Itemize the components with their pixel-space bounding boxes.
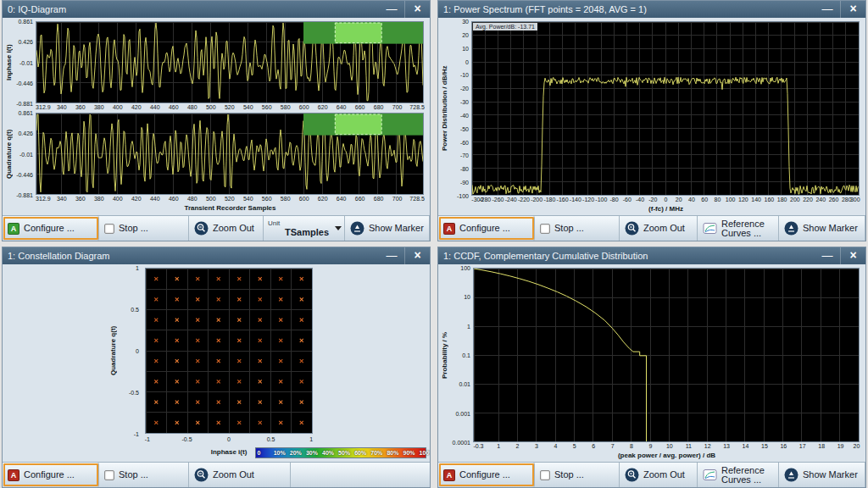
ccdf-xaxis-label: (peak power / avg. power) / dB xyxy=(474,452,860,461)
iq-quadrature-plot[interactable] xyxy=(36,113,424,195)
stop-button[interactable]: Stop ... xyxy=(99,216,189,241)
show-marker-icon xyxy=(784,221,798,236)
zoom-out-icon xyxy=(194,221,209,236)
stop-icon xyxy=(540,470,550,480)
constellation-ylabel: Quadrature q(t) xyxy=(109,268,117,434)
reference-curves-button[interactable]: Reference Curves ... xyxy=(698,463,779,487)
window-iq-diagram: 0: IQ-Diagram — × Inphase i(t) 0.8610.42… xyxy=(2,0,431,241)
unit-caption: Unit xyxy=(268,219,329,227)
show-marker-label: Show Marker xyxy=(803,470,858,480)
ccdf-toolbar: A Configure ... Stop ... Zoom Out Refere… xyxy=(438,462,865,487)
show-marker-button[interactable]: Show Marker xyxy=(779,463,865,487)
iq-inphase-plot[interactable] xyxy=(36,21,424,103)
window-title: 1: Constellation Diagram xyxy=(8,251,379,261)
constellation-toolbar: A Configure ... Stop ... Zoom Out xyxy=(3,462,430,487)
stop-label: Stop ... xyxy=(119,470,148,480)
reference-curves-label: Reference Curves ... xyxy=(721,466,773,485)
constellation-xticks: -1-0.500.51 xyxy=(145,435,313,445)
channel-a-icon: A xyxy=(8,469,19,481)
spectrum-plot[interactable]: Avg. Power/dB: -13.71 xyxy=(471,21,860,196)
stop-button[interactable]: Stop ... xyxy=(535,463,620,487)
spectrum-xaxis-label: (f-fc) / MHz xyxy=(472,205,860,214)
iq-quadrature-xticks: 312.934036038040042044046048050052054056… xyxy=(36,195,424,204)
close-button[interactable]: × xyxy=(404,1,430,18)
desktop: 0: IQ-Diagram — × Inphase i(t) 0.8610.42… xyxy=(0,0,868,488)
iq-inphase-xticks: 312.934036038040042044046048050052054056… xyxy=(36,103,424,113)
titlebar-ccdf[interactable]: 1: CCDF, Complementary Cumulative Distri… xyxy=(438,247,865,264)
stop-button[interactable]: Stop ... xyxy=(99,463,189,487)
zoom-out-label: Zoom Out xyxy=(643,470,685,480)
channel-a-icon: A xyxy=(443,223,455,235)
show-marker-label: Show Marker xyxy=(369,224,424,233)
show-marker-icon xyxy=(350,221,364,236)
window-title: 1: CCDF, Complementary Cumulative Distri… xyxy=(443,251,815,261)
iq-inphase-yticks: 0.8610.426-0.01-0.446-0.881 xyxy=(14,21,36,103)
zoom-out-label: Zoom Out xyxy=(643,224,685,233)
stop-button[interactable]: Stop ... xyxy=(535,216,620,241)
spectrum-toolbar: A Configure ... Stop ... Zoom Out Refere… xyxy=(438,215,865,241)
reference-curves-label: Reference Curves ... xyxy=(721,219,773,238)
configure-button[interactable]: A Configure ... xyxy=(438,463,535,487)
zoom-out-label: Zoom Out xyxy=(213,470,254,480)
iq-inphase-ylabel: Inphase i(t) xyxy=(4,21,14,103)
toolbar-spacer xyxy=(291,463,430,487)
iq-xaxis-label: Transient Recorder Samples xyxy=(36,204,424,214)
channel-a-icon: A xyxy=(8,223,19,235)
spectrum-xticks: -300-280-260-240-220-200-180-160-140-120… xyxy=(472,196,860,205)
zoom-out-label: Zoom Out xyxy=(213,224,254,233)
stop-label: Stop ... xyxy=(119,224,148,233)
titlebar-constellation[interactable]: 1: Constellation Diagram — × xyxy=(3,247,430,264)
configure-label: Configure ... xyxy=(459,224,510,233)
stop-icon xyxy=(540,224,550,234)
reference-curves-icon xyxy=(703,221,717,236)
spectrum-ylabel: Power Distribution / dB/Hz xyxy=(440,21,449,196)
show-marker-button[interactable]: Show Marker xyxy=(345,216,430,241)
show-marker-button[interactable]: Show Marker xyxy=(779,216,865,241)
stop-icon xyxy=(104,470,114,480)
minimize-button[interactable]: — xyxy=(379,1,404,18)
minimize-button[interactable]: — xyxy=(379,247,404,264)
zoom-out-icon xyxy=(625,468,639,482)
window-power-spectrum: 1: Power Spectrum (FFT points = 2048, AV… xyxy=(437,0,866,241)
unit-value: TSamples xyxy=(268,227,329,237)
minimize-button[interactable]: — xyxy=(815,247,840,264)
ccdf-plot[interactable] xyxy=(473,268,860,442)
zoom-out-icon xyxy=(625,221,639,236)
close-button[interactable]: × xyxy=(840,1,865,18)
dropdown-arrow-icon xyxy=(335,226,342,230)
zoom-out-icon xyxy=(194,468,209,482)
iq-plot-area: Inphase i(t) 0.8610.426-0.01-0.446-0.881… xyxy=(3,18,430,215)
reference-curves-button[interactable]: Reference Curves ... xyxy=(698,216,779,241)
avg-power-annotation: Avg. Power/dB: -13.71 xyxy=(473,23,537,30)
ccdf-yticks: 1001010.10.010.0010.0001 xyxy=(449,268,473,442)
ccdf-ylabel: Probability / % xyxy=(440,268,449,442)
configure-button[interactable]: A Configure ... xyxy=(438,216,535,241)
configure-label: Configure ... xyxy=(24,470,75,480)
titlebar-iq[interactable]: 0: IQ-Diagram — × xyxy=(3,1,430,18)
titlebar-spectrum[interactable]: 1: Power Spectrum (FFT points = 2048, AV… xyxy=(438,1,865,18)
window-title: 1: Power Spectrum (FFT points = 2048, AV… xyxy=(443,4,815,14)
window-title: 0: IQ-Diagram xyxy=(8,4,379,14)
show-marker-icon xyxy=(784,468,798,482)
close-button[interactable]: × xyxy=(840,247,865,264)
minimize-button[interactable]: — xyxy=(815,1,840,18)
close-button[interactable]: × xyxy=(404,247,430,264)
reference-curves-icon xyxy=(703,468,717,482)
zoom-out-button[interactable]: Zoom Out xyxy=(189,216,264,241)
window-constellation: 1: Constellation Diagram — × Quadrature … xyxy=(2,247,431,488)
configure-button[interactable]: A Configure ... xyxy=(3,463,99,487)
zoom-out-button[interactable]: Zoom Out xyxy=(620,216,698,241)
window-ccdf: 1: CCDF, Complementary Cumulative Distri… xyxy=(437,247,866,488)
configure-button[interactable]: A Configure ... xyxy=(3,216,99,241)
constellation-plot[interactable] xyxy=(145,268,313,434)
spectrum-yticks: 3020100-10-20-30-40-50-60-70-80-90-100 xyxy=(449,21,471,196)
zoom-out-button[interactable]: Zoom Out xyxy=(189,463,291,487)
spectrum-plot-area: Power Distribution / dB/Hz 3020100-10-20… xyxy=(438,18,865,215)
iq-quadrature-yticks: 0.8610.426-0.01-0.446-0.881 xyxy=(14,113,36,195)
configure-label: Configure ... xyxy=(24,224,75,233)
configure-label: Configure ... xyxy=(459,470,510,480)
probability-colorbar: 010%20%30%40%50%60%70%80%90%100% xyxy=(255,447,426,458)
zoom-out-button[interactable]: Zoom Out xyxy=(620,463,698,487)
unit-dropdown[interactable]: Unit TSamples xyxy=(264,216,345,241)
iq-toolbar: A Configure ... Stop ... Zoom Out Unit T… xyxy=(3,215,430,241)
